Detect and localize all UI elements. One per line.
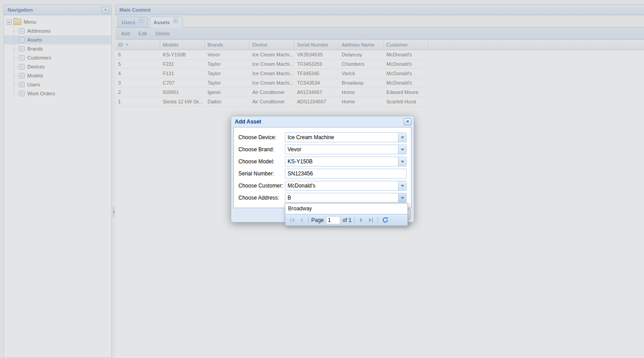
choose-device-combo[interactable] — [285, 132, 407, 142]
serial-number-field[interactable] — [285, 169, 407, 179]
field-label: Choose Customer: — [238, 181, 285, 191]
chevron-down-icon — [401, 161, 404, 163]
choose-brand-combo[interactable] — [285, 145, 407, 154]
choose-model-combo[interactable] — [285, 157, 407, 166]
field-label: Choose Address: — [238, 193, 285, 203]
field-row: Choose Device: — [238, 132, 407, 142]
chevron-down-icon — [401, 185, 404, 187]
choose-customer-combo[interactable] — [285, 181, 407, 191]
add-asset-form: Choose Device: Choose Brand: Choose Mode… — [233, 127, 411, 208]
prev-page-icon[interactable] — [297, 216, 305, 224]
combo-trigger-button[interactable] — [398, 157, 406, 166]
field-label: Serial Number: — [238, 169, 285, 179]
field-row: Serial Number: — [238, 169, 407, 179]
field-label: Choose Device: — [238, 132, 285, 142]
combo-trigger-button[interactable] — [398, 193, 406, 202]
page-label: Page — [311, 217, 324, 223]
chevron-down-icon — [401, 197, 404, 199]
separator — [308, 217, 309, 223]
choose-address-combo[interactable] — [285, 193, 407, 203]
combo-trigger-button[interactable] — [398, 181, 406, 190]
dropdown-item[interactable]: Broadway — [285, 204, 407, 214]
page-count-label: of 1 — [343, 217, 352, 223]
close-icon[interactable]: × — [404, 118, 411, 125]
field-row: Choose Brand: — [238, 145, 407, 154]
paging-toolbar: Page of 1 — [285, 214, 407, 226]
chevron-down-icon — [401, 149, 404, 151]
field-row: Choose Customer: — [238, 181, 407, 191]
combo-trigger-button[interactable] — [398, 133, 406, 142]
field-label: Choose Model: — [238, 157, 285, 166]
field-label: Choose Brand: — [238, 145, 285, 154]
page-number-input[interactable] — [326, 216, 340, 224]
field-row: Choose Address: — [238, 193, 407, 203]
window-title: Add Asset — [235, 119, 261, 125]
window-header[interactable]: Add Asset × — [231, 116, 414, 127]
address-dropdown: Broadway Page of 1 — [285, 203, 408, 226]
refresh-icon[interactable] — [381, 216, 390, 224]
first-page-icon[interactable] — [288, 216, 296, 224]
combo-trigger-button[interactable] — [398, 145, 406, 154]
chevron-down-icon — [401, 136, 404, 139]
last-page-icon[interactable] — [367, 216, 375, 224]
separator — [354, 217, 355, 223]
field-row: Choose Model: — [238, 157, 407, 166]
separator — [377, 217, 378, 223]
next-page-icon[interactable] — [357, 216, 365, 224]
